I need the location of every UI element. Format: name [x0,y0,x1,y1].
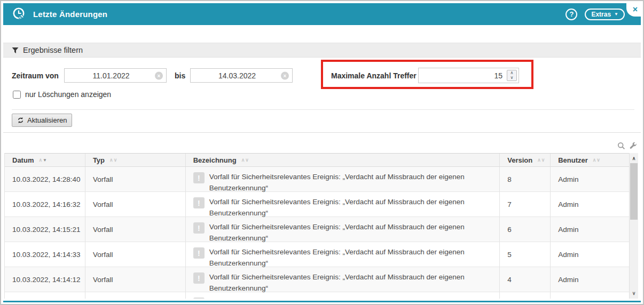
only-deletions-row: nur Löschungen anzeigen [13,90,111,99]
column-header-benutzer[interactable]: Benutzer ∧∨ [550,154,630,166]
help-button[interactable]: ? [566,9,577,20]
refresh-button-label: Aktualisieren [27,116,67,124]
date-to-field: × [190,68,293,83]
clear-date-to-icon[interactable]: × [281,71,289,79]
titlebar: Letzte Änderungen ? Extras ▼ [3,3,641,25]
table-header-row: Datum ∧▼ Typ ∧∨ Bezeichnung ∧∨ Version ∧… [5,153,630,167]
number-stepper[interactable]: ∧ ∨ [507,70,517,81]
page-title: Letzte Änderungen [33,10,107,19]
clock-edit-icon [12,6,28,22]
extras-button-label: Extras [591,11,611,18]
stepper-down-icon[interactable]: ∨ [511,76,514,81]
column-header-datum[interactable]: Datum ∧▼ [5,154,85,166]
table-row[interactable]: 10.03.2022, 14:14:33 Vorfall !Vorfall fü… [5,242,630,267]
sort-asc-icon: ∧ [593,157,596,163]
last-changes-window: Letzte Änderungen ? Extras ▼ × Ergebniss… [0,0,644,305]
date-to-input[interactable] [191,69,292,82]
scrollbar-thumb[interactable] [630,163,638,220]
column-header-typ[interactable]: Typ ∧∨ [85,154,185,166]
warning-icon: ! [193,197,205,208]
sort-asc-icon: ∧ [38,157,42,163]
filter-icon [12,47,19,54]
sort-desc-icon: ∨ [245,157,249,163]
table-row[interactable]: 10.03.2022, 14:14:12 Vorfall !Vorfall fü… [5,267,630,292]
window-bottom-accent [3,301,641,302]
sort-desc-active-icon: ▼ [43,158,47,163]
extras-button[interactable]: Extras ▼ [585,9,625,20]
table-row[interactable]: 10.03.2022, 14:16:32 Vorfall !Vorfall fü… [5,192,630,217]
panel-divider [3,132,641,133]
warning-icon: ! [193,172,205,183]
date-from-field: × [64,68,167,83]
warning-icon: ! [193,272,205,284]
chevron-down-icon: ▼ [614,12,618,17]
max-hits-label: Maximale Anzahl Treffer [331,71,417,80]
column-header-bezeichnung[interactable]: Bezeichnung ∧∨ [185,154,499,166]
filter-separator [12,109,634,110]
search-icon[interactable] [617,142,625,150]
warning-icon: ! [193,222,205,234]
sort-desc-icon: ∨ [114,157,117,163]
sort-asc-icon: ∧ [109,157,113,163]
filter-section-header: Ergebnisse filtern [3,43,641,58]
refresh-icon [17,117,24,124]
table-row[interactable]: 10.03.2022, 14:15:21 Vorfall !Vorfall fü… [5,217,630,242]
sort-asc-icon: ∧ [241,157,245,163]
table-tools [617,142,637,150]
date-from-label: Zeitraum von [12,71,59,80]
filter-section-title: Ergebnisse filtern [23,46,83,54]
date-from-input[interactable] [65,69,166,82]
sort-asc-icon: ∧ [537,157,541,163]
column-header-version[interactable]: Version ∧∨ [499,154,550,166]
warning-icon: ! [193,298,205,299]
close-icon: × [633,5,638,14]
table-row[interactable]: 10.03.2022, 14:28:40 Vorfall !Vorfall fü… [5,167,630,192]
vertical-scrollbar[interactable]: ∧ ∨ [629,153,638,299]
only-deletions-label: nur Löschungen anzeigen [25,90,111,99]
max-hits-field: ∧ ∨ [418,68,519,83]
warning-icon: ! [193,247,205,259]
max-hits-input[interactable] [419,68,519,83]
sort-desc-icon: ∨ [596,157,600,163]
clear-date-from-icon[interactable]: × [155,71,163,79]
scroll-up-icon[interactable]: ∧ [630,154,638,163]
results-table: Datum ∧▼ Typ ∧∨ Bezeichnung ∧∨ Version ∧… [4,153,630,299]
scroll-down-icon[interactable]: ∨ [630,289,638,298]
sort-desc-icon: ∨ [541,157,545,163]
date-to-label: bis [175,71,185,80]
wrench-icon[interactable] [629,142,637,150]
refresh-button[interactable]: Aktualisieren [12,114,72,127]
only-deletions-checkbox[interactable] [13,91,21,99]
table-row-partial[interactable]: ! [5,292,630,299]
